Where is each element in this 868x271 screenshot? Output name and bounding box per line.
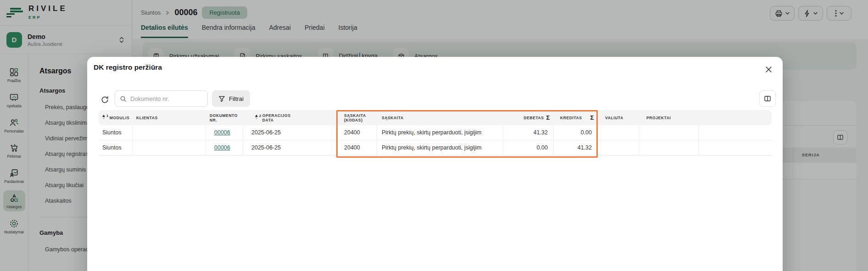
search-icon — [120, 95, 127, 102]
cell-debetas: 41.32 — [503, 125, 554, 140]
cell-klientas — [133, 125, 206, 140]
column-header-dokumento-nr[interactable]: DOKUMENTO NR. — [206, 110, 243, 125]
document-link[interactable]: 00006 — [214, 144, 230, 151]
filter-button[interactable]: Filtrai — [212, 90, 250, 107]
close-icon[interactable] — [762, 63, 774, 75]
cell-debetas: 0.00 — [503, 140, 554, 155]
table-row[interactable]: Siuntos 00006 2025-06-25 20400 Pirktų pr… — [99, 140, 772, 155]
modal-title: DK registro peržiūra — [94, 63, 162, 72]
column-header-saskaita-kodas[interactable]: SĄSKAITA (KODAS) — [336, 110, 377, 125]
column-header-kreditas[interactable]: KREDITASΣ — [554, 110, 598, 125]
sort-asc-icon — [102, 115, 105, 120]
cell-kreditas: 41.32 — [554, 140, 598, 155]
cell-dokumento-nr: 00006 — [206, 140, 243, 155]
cell-modulis: Siuntos — [99, 140, 133, 155]
cell-valiuta — [598, 125, 639, 140]
sum-icon[interactable]: Σ — [546, 116, 550, 120]
column-header-empty — [699, 110, 772, 125]
cell-saskaita: Pirktų prekių, skirtų perparduoti, įsigi… — [377, 140, 503, 155]
cell-kreditas: 0.00 — [554, 125, 598, 140]
column-header-projektai[interactable]: PROJEKTAI — [639, 110, 699, 125]
cell-saskaita: Pirktų prekių, skirtų perparduoti, įsigi… — [377, 125, 503, 140]
cell-projektai — [639, 125, 699, 140]
cell-empty — [699, 125, 772, 140]
cell-operacijos-data: 2025-06-25 — [243, 125, 336, 140]
cell-klientas — [133, 140, 206, 155]
cell-dokumento-nr: 00006 — [206, 125, 243, 140]
columns-icon[interactable] — [759, 90, 776, 107]
gl-register-table: 1 MODULIS KLIENTAS DOKUMENTO NR. 2 OPERA… — [99, 110, 772, 155]
filter-button-label: Filtrai — [229, 95, 244, 102]
column-header-operacijos-data[interactable]: 2 OPERACIJOS DATA — [243, 110, 336, 125]
cell-empty — [699, 140, 772, 155]
column-header-debetas[interactable]: DEBETASΣ — [503, 110, 554, 125]
cell-operacijos-data: 2025-06-25 — [243, 140, 336, 155]
funnel-icon — [218, 95, 225, 102]
cell-valiuta — [598, 140, 639, 155]
column-header-saskaita[interactable]: SĄSKAITA — [377, 110, 503, 125]
refresh-icon[interactable] — [99, 94, 110, 105]
sum-icon[interactable]: Σ — [590, 116, 594, 120]
column-header-klientas[interactable]: KLIENTAS — [133, 110, 206, 125]
column-header-modulis[interactable]: 1 MODULIS — [99, 110, 133, 125]
table-header-row: 1 MODULIS KLIENTAS DOKUMENTO NR. 2 OPERA… — [99, 110, 772, 125]
dk-registro-perziura-modal: DK registro peržiūra Filtrai 1 MODULIS K… — [87, 57, 783, 271]
document-link[interactable]: 00006 — [214, 129, 230, 136]
search-field — [115, 90, 208, 107]
column-header-valiuta[interactable]: VALIUTA — [598, 110, 639, 125]
cell-modulis: Siuntos — [99, 125, 133, 140]
search-input[interactable] — [130, 95, 199, 102]
sort-asc-icon — [255, 115, 258, 120]
cell-projektai — [639, 140, 699, 155]
table-row[interactable]: Siuntos 00006 2025-06-25 20400 Pirktų pr… — [99, 125, 772, 140]
cell-saskaita-kodas: 20400 — [336, 125, 377, 140]
cell-saskaita-kodas: 20400 — [336, 140, 377, 155]
